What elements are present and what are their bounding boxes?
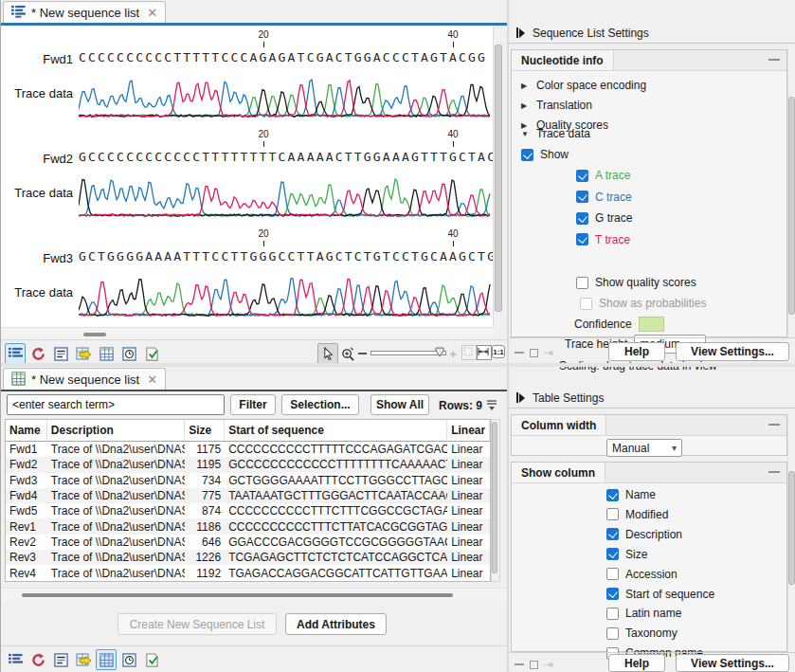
help-button[interactable]: Help: [608, 342, 665, 361]
trace-checkbox-row[interactable]: T trace: [576, 233, 630, 246]
show-quality-scores-row[interactable]: Show quality scores: [576, 276, 696, 289]
trace-checkbox[interactable]: [576, 191, 588, 203]
column-checkbox[interactable]: [606, 568, 619, 580]
table-settings-header[interactable]: Table Settings: [509, 388, 795, 409]
column-width-dropdown[interactable]: Manual ▾: [606, 439, 682, 457]
column-header[interactable]: Linear: [447, 420, 490, 441]
sequence-table[interactable]: NameDescriptionSizeStart of sequenceLine…: [5, 419, 491, 582]
show-column-row[interactable]: Latin name: [606, 607, 681, 620]
chromatogram-trace[interactable]: [79, 69, 491, 120]
element-info-view-button[interactable]: [50, 649, 71, 670]
column-checkbox[interactable]: [606, 489, 619, 501]
settings-panel-scrollbar[interactable]: [787, 49, 795, 337]
trace-checkbox[interactable]: [576, 212, 588, 225]
fit-width-button[interactable]: [477, 345, 492, 360]
settings-item[interactable]: ▶Translation: [521, 99, 592, 112]
show-column-header[interactable]: Show column: [512, 463, 786, 483]
zoom-in-button[interactable]: +: [446, 343, 460, 364]
table-row[interactable]: Fwd1Trace of \\Dna2\user\DNAS...1175CCCC…: [6, 442, 490, 457]
element-history-button[interactable]: [118, 343, 139, 364]
element-info-view-button[interactable]: [50, 343, 71, 364]
filter-button[interactable]: Filter: [230, 394, 276, 415]
selection-cursor-tool[interactable]: [317, 343, 338, 364]
show-quality-scores-checkbox[interactable]: [576, 277, 588, 289]
sequence-list-view-button[interactable]: [5, 649, 26, 670]
pan-view-button[interactable]: [461, 345, 477, 360]
table-row[interactable]: Rev1Trace of \\Dna2\user\DNAS...1186CCCC…: [6, 518, 490, 534]
view-settings-button[interactable]: View Settings...: [676, 342, 789, 361]
view-settings-button[interactable]: View Settings...: [676, 654, 789, 672]
table-row[interactable]: Rev3Trace of \\Dna2\user\DNAS...1226TCGA…: [6, 550, 490, 565]
nucleotide-info-header[interactable]: Nucleotide info: [512, 50, 786, 71]
collapse-group-icon[interactable]: [768, 59, 780, 61]
export-table-button[interactable]: [73, 343, 94, 364]
group-tab-label[interactable]: Nucleotide info: [512, 50, 614, 70]
close-icon[interactable]: ✕: [147, 6, 157, 20]
search-input[interactable]: [7, 394, 225, 415]
table-row[interactable]: Fwd4Trace of \\Dna2\user\DNAS...775TAATA…: [6, 488, 490, 503]
show-column-row[interactable]: Modified: [606, 508, 668, 521]
selection-button[interactable]: Selection...: [281, 394, 359, 415]
history-view-button[interactable]: [27, 343, 48, 364]
table-vertical-scrollbar[interactable]: [491, 419, 500, 582]
column-header[interactable]: Size: [185, 420, 225, 441]
show-element-button[interactable]: [141, 343, 162, 364]
sequence-trace-view[interactable]: 2040Fwd1CCCCCCCCCCTTTTTCCCAGAGATCGACTGGA…: [1, 26, 493, 327]
collapse-panel-icon[interactable]: [516, 27, 525, 38]
table-row[interactable]: Fwd3Trace of \\Dna2\user\DNAS...734GCTGG…: [6, 473, 490, 488]
column-checkbox[interactable]: [606, 627, 619, 640]
column-checkbox[interactable]: [606, 508, 619, 520]
collapse-panel-icon[interactable]: [516, 392, 525, 403]
trace-checkbox-row[interactable]: A trace: [576, 169, 630, 182]
chromatogram-trace[interactable]: [79, 268, 491, 319]
column-checkbox[interactable]: [606, 608, 619, 620]
show-column-row[interactable]: Accession: [606, 568, 678, 581]
zoom-100-button[interactable]: 1:1: [492, 345, 505, 358]
zoom-out-button[interactable]: [355, 343, 369, 364]
column-checkbox[interactable]: [606, 528, 619, 540]
close-icon[interactable]: ✕: [147, 372, 157, 387]
table-horizontal-scrollbar[interactable]: [1, 588, 507, 601]
show-traces-checkbox-row[interactable]: Show: [521, 148, 569, 161]
trace-checkbox-row[interactable]: G trace: [576, 211, 632, 225]
sequence-view-horizontal-scrollbar[interactable]: [1, 327, 493, 340]
zoom-slider-thumb[interactable]: [435, 347, 444, 360]
show-column-row[interactable]: Size: [606, 548, 647, 561]
element-history-button[interactable]: [118, 649, 139, 670]
dock-controls[interactable]: ⇥: [515, 346, 553, 359]
collapse-group-icon[interactable]: [768, 424, 780, 426]
trace-checkbox[interactable]: [576, 170, 588, 182]
show-column-row[interactable]: Description: [606, 528, 682, 541]
vertical-splitter[interactable]: [507, 0, 509, 672]
show-checkbox[interactable]: [521, 149, 533, 161]
collapse-group-icon[interactable]: [768, 471, 780, 473]
add-attributes-button[interactable]: Add Attributes: [285, 613, 387, 635]
show-column-row[interactable]: Name: [606, 488, 656, 501]
sequence-view-vertical-scrollbar[interactable]: [493, 26, 503, 327]
column-width-header[interactable]: Column width: [512, 415, 786, 436]
sequence-list-view-button[interactable]: [5, 343, 26, 364]
trace-checkbox-row[interactable]: C trace: [576, 191, 632, 204]
show-column-row[interactable]: Start of sequence: [606, 588, 714, 601]
show-all-button[interactable]: Show All: [370, 394, 429, 415]
column-header[interactable]: Description: [47, 420, 185, 441]
column-checkbox[interactable]: [606, 588, 619, 600]
sequence-settings-header[interactable]: Sequence List Settings: [509, 23, 795, 44]
table-row[interactable]: Rev4Trace of \\Dna2\user\DNAS...1192TGAG…: [6, 565, 490, 580]
table-view-button[interactable]: [96, 343, 117, 364]
show-element-button[interactable]: [141, 649, 162, 670]
show-column-row[interactable]: Taxonomy: [606, 627, 678, 640]
chromatogram-trace[interactable]: [79, 169, 491, 220]
create-new-sequence-list-button[interactable]: Create New Sequence List: [117, 613, 277, 635]
table-row[interactable]: Fwd5Trace of \\Dna2\user\DNAS...874CCCCC…: [6, 503, 490, 518]
export-table-button[interactable]: [73, 649, 94, 670]
settings-item-trace-data[interactable]: ▼ Trace data: [521, 127, 590, 140]
group-tab-label[interactable]: Show column: [512, 463, 605, 482]
settings-item[interactable]: ▶Color space encoding: [521, 79, 646, 92]
history-view-button[interactable]: [27, 649, 48, 670]
tab-sequence-table-view[interactable]: * New sequence list ✕: [3, 368, 166, 390]
trace-checkbox[interactable]: [576, 233, 588, 245]
help-button[interactable]: Help: [608, 654, 665, 672]
confidence-color-swatch[interactable]: [639, 317, 664, 332]
tab-sequence-list-view[interactable]: * New sequence list ✕: [3, 1, 166, 24]
